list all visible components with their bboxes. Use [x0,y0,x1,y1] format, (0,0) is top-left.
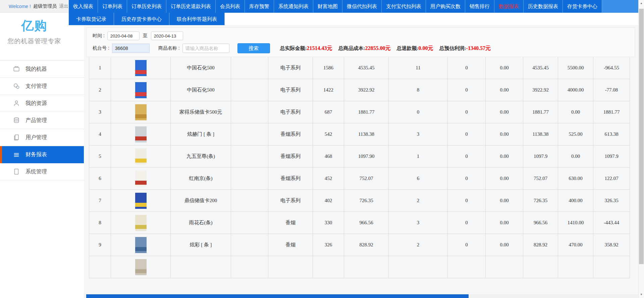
vertical-scrollbar: ▲ ▼ [638,0,644,298]
summary-label: 总预估利润: [439,46,466,51]
sidebar-item-我的机器[interactable]: 我的机器 [0,61,84,78]
cell-r-count: 0 [448,123,486,145]
cell-ship: 2 [389,190,448,212]
sidebar-item-label: 财务报表 [25,151,47,158]
summary-stat: 总退款额:0.00元 [397,45,433,52]
cell-name: 家得乐储值卡500元 [171,101,231,123]
nav-tab[interactable]: 历史数据报表 [524,0,563,13]
nav-tab[interactable]: 存货卡券中心 [563,0,602,13]
cell-s-amount: 752.07 [344,168,389,190]
cell-name: 雨花石(条) [171,212,231,234]
nav-tab[interactable]: 支付宝代扣列表 [382,0,426,13]
summary-stat: 总商品成本:22855.00元 [338,45,391,52]
cell-code [231,234,268,256]
machine-id-input[interactable] [112,44,150,53]
product-image-cell [111,57,171,79]
nav-tab[interactable]: 财富地图 [313,0,342,13]
nav-tab[interactable]: 库存预警 [245,0,274,13]
nav-tab[interactable]: 系统通知列表 [274,0,313,13]
time-label: 时间 : [93,33,105,39]
current-user-link[interactable]: 超级管理员 [33,3,57,9]
cell-r-amount: 0.00 [486,101,523,123]
cell-s-count: 1586 [313,57,344,79]
cell-cost: 1410.00 [558,212,593,234]
cell-received: 1138.38 [523,123,558,145]
cell-idx: 7 [89,190,111,212]
cell-s-count: 1422 [313,79,344,101]
filter-panel: 时间 : 至 机台号 : 商品名称 : 搜索 总实际金额:21514.43元总商… [86,27,635,57]
cell-code [231,145,268,168]
cell-r-amount [486,256,523,278]
horizontal-scrollbar-thumb[interactable] [86,294,469,298]
nav-tab[interactable]: 会员列表 [216,0,245,13]
cell-cost: 0.00 [558,145,593,168]
date-to-input[interactable] [151,32,183,40]
brand-area: 亿购 您的机器管理专家 [0,13,69,60]
logout-link[interactable]: 退出 [59,3,68,9]
user-icon [13,134,20,141]
cell-s-count: 402 [313,190,344,212]
cell-name: 九五至尊(条) [171,145,231,168]
cell-s-count: 468 [313,145,344,168]
cell-s-count: 326 [313,234,344,256]
cell-cost: 4000.00 [558,79,593,101]
search-button[interactable]: 搜索 [237,43,270,53]
cell-received [523,256,558,278]
nav-subtab[interactable]: 历史存货卡券中心 [114,13,169,25]
cell-s-amount: 726.35 [344,190,389,212]
summary-label: 总实际金额: [280,46,307,51]
nav-tab[interactable]: 销售排行 [465,0,494,13]
nav-tab[interactable]: 订单历史退款列表 [166,0,216,13]
cell-s-count [313,256,344,278]
scroll-down-arrow[interactable]: ▼ [639,291,644,298]
nav-subtab[interactable]: 卡券取货记录 [69,13,114,25]
cell-idx: 4 [89,123,111,145]
cell-category: 香烟系列 [268,145,313,168]
cell-r-count: 0 [448,212,486,234]
cell-received: 966.56 [523,212,558,234]
nav-tab[interactable]: 订单历史列表 [127,0,166,13]
sidebar-item-用户管理[interactable]: 用户管理 [0,129,84,146]
cell-r-amount: 0.00 [486,145,523,168]
cell-s-amount: 828.92 [344,234,389,256]
product-image-cell [111,168,171,190]
table-row [89,256,630,278]
nav-tab[interactable]: 微信代扣列表 [342,0,382,13]
cell-name: 炫赫门 [ 条 ] [171,123,231,145]
cell-r-count: 0 [448,190,486,212]
cell-ship [389,256,448,278]
cell-received: 1881.77 [523,101,558,123]
cell-r-amount: 0.00 [486,190,523,212]
summary-stat: 总实际金额:21514.43元 [280,45,332,52]
nav-tab[interactable]: 订单列表 [98,0,127,13]
report-table: 商品图片 商品名称 商品编码 分类 总销售 出货量 在线退款 利润分析 笔数 金… [89,31,630,278]
product-image [135,215,147,231]
cell-cost: 5500.00 [558,57,593,79]
cell-category: 电子系列 [268,79,313,101]
sidebar-item-产品管理[interactable]: 产品管理 [0,112,84,129]
sidebar-item-财务报表[interactable]: 财务报表 [0,146,84,163]
nav-tab[interactable]: 收入报表 [69,0,98,13]
cell-profit: 358.92 [593,234,630,256]
cell-profit: 326.35 [593,190,630,212]
product-image-cell [111,212,171,234]
sidebar-item-label: 我的资源 [25,100,47,107]
cell-idx: 2 [89,79,111,101]
vertical-scrollbar-thumb[interactable] [639,9,644,264]
primary-nav: 收入报表订单列表订单历史列表订单历史退款列表会员列表库存预警系统通知列表财富地图… [69,0,638,13]
date-from-input[interactable] [107,32,140,40]
sidebar-item-支付管理[interactable]: 支付管理 [0,78,84,95]
sidebar-item-我的资源[interactable]: 我的资源 [0,95,84,112]
nav-subtab[interactable]: 联合利华答题列表 [169,13,225,25]
table-row: 5九五至尊(条)香烟系列4681097.90100.001097.90.0010… [89,145,630,168]
cell-s-amount: 1138.38 [344,123,389,145]
cell-category: 电子系列 [268,57,313,79]
cell-r-count: 0 [448,79,486,101]
table-row: 6红南京(条)香烟系列452752.07600.00752.07630.0012… [89,168,630,190]
cell-r-amount: 0.00 [486,79,523,101]
nav-tab[interactable]: 数据报表 [494,0,524,13]
nav-tab[interactable]: 用户购买次数 [426,0,465,13]
sidebar-item-系统管理[interactable]: 系统管理 [0,163,84,180]
product-name-input[interactable] [182,44,229,53]
scroll-up-arrow[interactable]: ▲ [639,0,644,7]
